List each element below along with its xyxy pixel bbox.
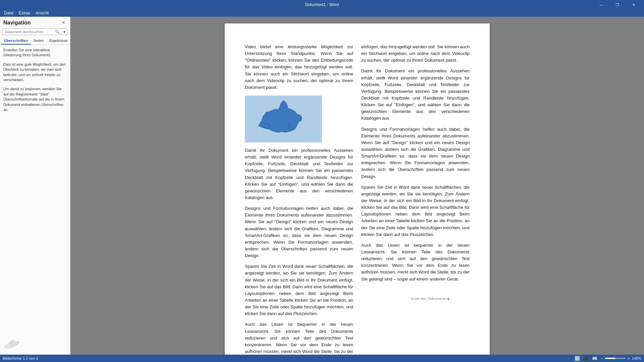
window-controls: — ❐ ✕ (594, 0, 641, 9)
status-right: ⬜ ⬛ 📖 − + 140% (574, 356, 641, 361)
page-count-status: Bildschirme 1-2 von 2 (3, 356, 38, 360)
nav-text-block-1: Erstellen Sie eine interaktive Gliederun… (3, 48, 67, 58)
nav-title: Navigation (3, 20, 31, 26)
nav-close-button[interactable]: ✕ (60, 19, 67, 26)
menu-item-ansicht[interactable]: Ansicht (33, 10, 51, 16)
title-bar: Dokument1 - Word — ❐ ✕ (0, 0, 644, 9)
tab-seiten[interactable]: Seiten (31, 37, 47, 45)
tab-ueberschriften[interactable]: Überschriften (1, 37, 31, 45)
navigation-panel: Navigation ✕ 🔍 ▼ Überschriften Seiten Er… (0, 17, 70, 355)
col1-para3: Designs und Formatvorlagen helfen auch d… (245, 205, 353, 259)
document-page: Video bietet eine leistungsstarke Möglic… (225, 23, 490, 355)
europe-map-image (245, 96, 322, 142)
end-of-doc-area: Ende des Dokuments ■ (361, 296, 470, 308)
tab-ergebnisse[interactable]: Ergebnisse (47, 37, 70, 45)
col2-para4: Sparen Sie Zeit in Word dank neuer Schal… (361, 184, 470, 238)
menu-item-datei[interactable]: Datei (1, 10, 16, 16)
nav-tabs: Überschriften Seiten Ergebnisse (0, 37, 70, 45)
restore-button[interactable]: ❐ (610, 0, 625, 9)
col2-para5: Auch das Lesen ist bequemer in der neuen… (361, 242, 470, 283)
nav-search-row: 🔍 ▼ (3, 28, 67, 35)
col1-para2: Damit Ihr Dokument ein professionelles A… (245, 147, 353, 201)
col2-para1: einfügen, das hinzugefügt werden soll. S… (361, 44, 470, 64)
nav-text-block-3: Um damit zu beginnen, wenden Sie auf der… (3, 86, 67, 112)
status-bar: Bildschirme 1-2 von 2 ⬜ ⬛ 📖 − + 140% (0, 355, 644, 362)
end-of-doc-label: Ende des Dokuments ■ (361, 296, 470, 308)
col1-para4: Sparen Sie Zeit in Word dank neuer Schal… (245, 263, 353, 317)
page-col1: Video bietet eine leistungsstarke Möglic… (245, 44, 353, 355)
col2-para2: Damit Ihr Dokument ein professionelles A… (361, 68, 470, 122)
window-title: Dokument1 - Word (305, 2, 339, 7)
col1-para1: Video bietet eine leistungsstarke Möglic… (245, 44, 353, 91)
minimize-button[interactable]: — (594, 0, 609, 9)
view-read-mode-button[interactable]: 📖 (591, 356, 598, 361)
zoom-level-label: 140% (632, 356, 641, 360)
page-col2: einfügen, das hinzugefügt werden soll. S… (361, 44, 470, 355)
zoom-out-button[interactable]: − (600, 356, 604, 361)
document-area[interactable]: Video bietet eine leistungsstarke Möglic… (70, 17, 644, 355)
zoom-area: − + 140% (600, 356, 641, 361)
col2-para3: Designs und Formatvorlagen helfen auch d… (361, 126, 470, 180)
nav-content: Erstellen Sie eine interaktive Gliederun… (0, 45, 70, 331)
view-web-layout-button[interactable]: ⬛ (582, 356, 590, 361)
nav-text-block-2: Dies ist eine gute Möglichkeit, um den Ü… (3, 62, 67, 83)
search-button[interactable]: 🔍 (54, 29, 61, 35)
close-button[interactable]: ✕ (626, 0, 641, 9)
zoom-in-button[interactable]: + (626, 356, 631, 361)
main-area: Navigation ✕ 🔍 ▼ Überschriften Seiten Er… (0, 17, 644, 355)
zoom-slider-track (605, 358, 615, 359)
menu-item-extras[interactable]: Extras (16, 10, 33, 16)
menu-bar: Datei Extras Ansicht (0, 9, 644, 17)
zoom-slider[interactable] (605, 358, 625, 359)
view-print-layout-button[interactable]: ⬜ (574, 356, 581, 361)
nav-header: Navigation ✕ (0, 17, 70, 27)
search-dropdown-button[interactable]: ▼ (61, 29, 67, 35)
search-input[interactable] (3, 29, 54, 35)
nav-logo (0, 331, 70, 355)
col1-para5: Auch das Lesen ist bequemer in der neuen… (245, 321, 353, 355)
page-columns: Video bietet eine leistungsstarke Möglic… (245, 44, 470, 355)
